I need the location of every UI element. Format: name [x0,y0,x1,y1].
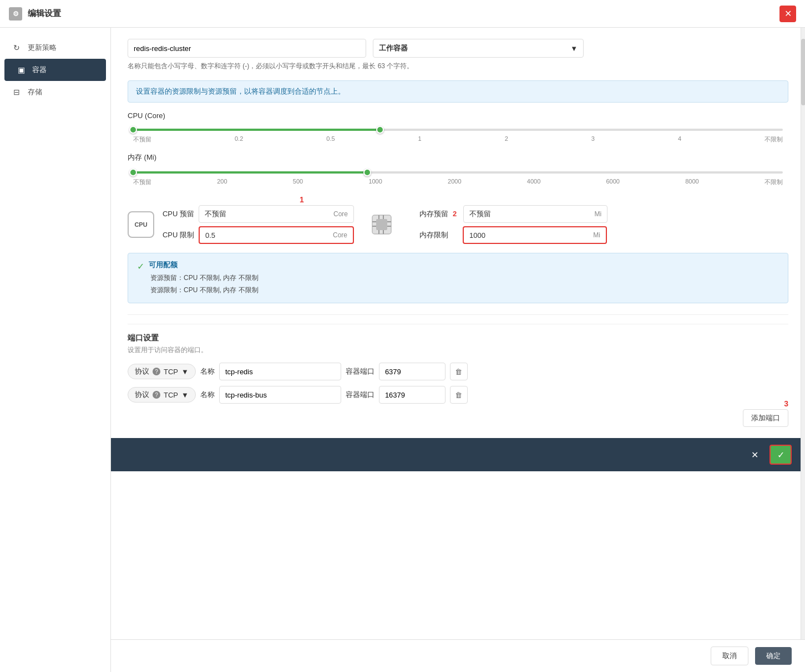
sidebar-item-storage[interactable]: ⊟ 存储 [0,81,110,103]
name-input[interactable] [128,39,366,58]
scrollbar-thumb[interactable] [801,39,805,105]
cpu-icon: CPU [128,211,154,238]
cpu-reserve-input[interactable]: 不预留 Core [199,205,354,223]
mem-reserve-unit: Mi [595,210,602,218]
titlebar-title: 编辑设置 [28,8,61,19]
mem-field-group: 内存预留 2 不预留 Mi 内存限制 1000 [409,205,607,244]
mem-reserve-input[interactable]: 不预留 Mi [463,205,607,223]
mem-label: 内存 (Mi) [128,152,788,162]
sidebar: ↻ 更新策略 ▣ 容器 ⊟ 存储 [0,28,111,672]
titlebar: ⚙ 编辑设置 ✕ [0,0,805,28]
cpu-slider-thumb-right[interactable] [376,126,384,134]
port-name-input-1[interactable] [219,386,341,404]
container-icon: ▣ [16,64,27,75]
avail-limit-text: 资源限制：CPU 不限制, 内存 不限制 [150,284,779,297]
mem-limit-unit: Mi [593,231,600,239]
mem-tick-4: 2000 [448,178,461,186]
protocol-value-0: TCP [164,368,178,376]
avail-text: 资源预留：CPU 不限制, 内存 不限制 资源限制：CPU 不限制, 内存 不限… [137,272,779,296]
chip-icon [371,213,393,236]
cpu-tick-2: 0.5 [326,135,335,144]
protocol-help-label-1: 协议 [135,390,149,400]
content-area: 工作容器 ▼ 名称只能包含小写字母、数字和连字符 (-)，必须以小写字母或数字开… [111,28,805,639]
cpu-reserve-value: 不预留 [205,209,226,219]
mem-card: 内存预留 2 不预留 Mi 内存限制 1000 [409,205,607,244]
cpu-tick-5: 3 [591,135,595,144]
cpu-slider-track-container[interactable] [133,124,783,135]
protocol-select-1[interactable]: 协议 ? TCP ▼ [128,387,196,403]
mem-tick-2: 500 [293,178,303,186]
cpu-limit-input[interactable]: 0.5 Core [199,226,354,244]
cancel-button[interactable]: 取消 [711,646,748,665]
cpu-slider-thumb-left[interactable] [129,126,137,134]
port-name-input-0[interactable] [219,363,341,380]
cpu-label: CPU (Core) [128,111,788,120]
port-num-input-1[interactable] [379,386,445,404]
cpu-slider-section: CPU (Core) 不预留 0.2 0.5 1 2 3 4 不限制 [128,111,788,144]
check-icon: ✓ [137,261,144,272]
main-content: 工作容器 ▼ 名称只能包含小写字母、数字和连字符 (-)，必须以小写字母或数字开… [111,28,805,672]
sidebar-item-container[interactable]: ▣ 容器 [4,59,106,81]
namespace-label: 工作容器 [379,43,408,53]
mem-slider-section: 内存 (Mi) 不预留 200 500 1000 2000 4000 6000 … [128,152,788,186]
delete-port-button-1[interactable]: 🗑 [450,386,468,404]
confirm-button[interactable]: 确定 [755,647,792,665]
available-quota-box: ✓ 可用配额 资源预留：CPU 不限制, 内存 不限制 资源限制：CPU 不限制… [128,253,788,303]
footer: 取消 确定 [111,639,805,672]
protocol-help-label: 协议 [135,366,149,376]
cpu-limit-value: 0.5 [205,231,215,240]
port-row-1: 协议 ? TCP ▼ 名称 容器端口 🗑 [128,386,788,404]
name-label-1: 名称 [200,390,215,400]
delete-port-button-0[interactable]: 🗑 [450,363,468,380]
scrollbar-track [801,28,805,639]
help-icon-1: ? [153,391,160,399]
mem-reserve-label: 内存预留 [409,209,448,219]
namespace-dropdown[interactable]: 工作容器 ▼ [373,39,584,58]
mem-tick-5: 4000 [527,178,540,186]
sidebar-item-update-strategy[interactable]: ↻ 更新策略 [0,37,110,59]
cpu-card: CPU CPU 预留 不预留 Core CPU 限制 [128,205,354,244]
mem-limit-label: 内存限制 [409,230,448,240]
mem-slider-ticks: 不预留 200 500 1000 2000 4000 6000 8000 不限制 [128,178,788,186]
protocol-select-0[interactable]: 协议 ? TCP ▼ [128,364,196,379]
container-port-label-1: 容器端口 [346,390,374,400]
cpu-field-group: CPU 预留 不预留 Core CPU 限制 0.5 Core [161,205,354,244]
protocol-value-1: TCP [164,391,178,399]
bottom-action-bar: ✕ ✓ [111,438,805,471]
cpu-tick-7: 不限制 [765,135,783,144]
sidebar-item-label: 存储 [28,87,42,97]
mem-limit-input[interactable]: 1000 Mi [463,226,607,244]
port-num-input-0[interactable] [379,363,445,380]
help-icon-0: ? [153,368,160,375]
cpu-slider-fill [133,129,380,131]
cpu-reserve-row: CPU 预留 不预留 Core [161,205,354,223]
avail-reserve-text: 资源预留：CPU 不限制, 内存 不限制 [150,272,779,284]
annotation-2: 2 [453,210,457,218]
mem-tick-6: 6000 [606,178,619,186]
add-port-button[interactable]: 添加端口 [743,409,788,427]
annotation-1-row: 1 [128,195,788,203]
titlebar-close-button[interactable]: ✕ [779,6,796,22]
port-section-title: 端口设置 [128,333,788,343]
svg-rect-1 [376,219,387,230]
cpu-slider-ticks: 不预留 0.2 0.5 1 2 3 4 不限制 [128,135,788,144]
cpu-limit-label: CPU 限制 [161,230,194,240]
resource-info-box: 设置容器的资源限制与资源预留，以将容器调度到合适的节点上。 [128,80,788,103]
dropdown-arrow-icon: ▼ [570,44,578,53]
mem-tick-0: 不预留 [133,178,151,186]
storage-icon: ⊟ [11,86,22,98]
cpu-reserve-label: CPU 预留 [161,209,194,219]
mem-slider-thumb-right[interactable] [363,169,371,176]
bar-cancel-button[interactable]: ✕ [746,446,763,463]
protocol-arrow-0: ▼ [181,368,189,376]
mem-limit-value: 1000 [469,231,485,240]
bar-confirm-button[interactable]: ✓ [769,445,792,465]
cpu-tick-0: 不预留 [133,135,151,144]
name-label-0: 名称 [200,366,215,376]
resource-inputs-row: CPU CPU 预留 不预留 Core CPU 限制 [128,205,788,244]
mem-slider-thumb-left[interactable] [129,169,137,176]
mem-limit-row: 内存限制 1000 Mi [409,226,607,244]
update-strategy-icon: ↻ [11,42,22,53]
cpu-tick-4: 2 [505,135,508,144]
mem-slider-track-container[interactable] [133,167,783,178]
